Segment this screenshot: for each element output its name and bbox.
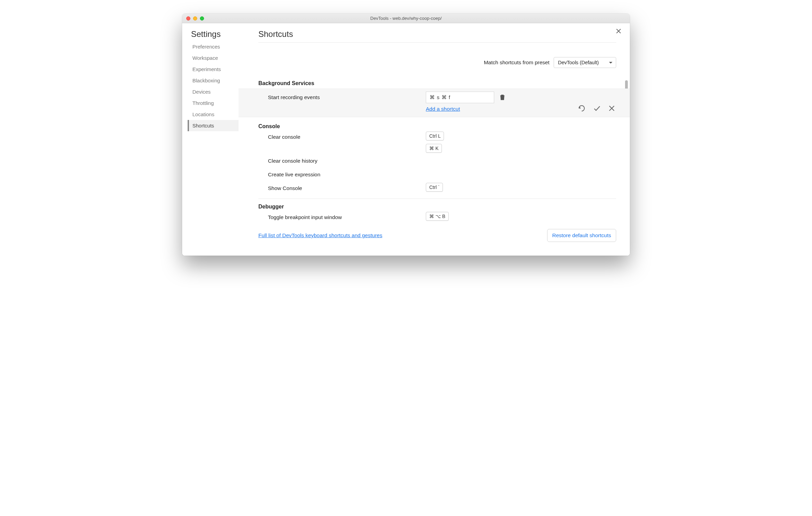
full-list-link[interactable]: Full list of DevTools keyboard shortcuts… [258,232,382,239]
sidebar-item-locations[interactable]: Locations [188,109,239,120]
chevron-down-icon [609,62,612,64]
shortcut-label: Clear console history [258,155,426,166]
trash-icon [500,94,505,100]
shortcut-row-toggle-breakpoint-input[interactable]: Toggle breakpoint input window ⌘ ⌥ B [258,211,616,224]
shortcut-row-create-live-expression[interactable]: Create live expression [258,168,616,181]
undo-icon [578,105,585,111]
sidebar-item-devices[interactable]: Devices [188,86,239,97]
sidebar-item-workspace[interactable]: Workspace [188,52,239,64]
section-header: Background Services [258,80,616,87]
title-bar: DevTools - web.dev/why-coop-coep/ [182,14,630,23]
shortcut-label: Start recording events [258,94,426,100]
settings-sidebar: Settings Preferences Workspace Experimen… [182,29,239,256]
keycap: ⌘ K [426,144,442,153]
page-title: Shortcuts [258,29,616,43]
shortcut-input[interactable] [426,92,494,103]
shortcut-label: Create live expression [258,169,426,180]
add-shortcut-link[interactable]: Add a shortcut [426,106,460,112]
sidebar-item-throttling[interactable]: Throttling [188,97,239,109]
sidebar-title: Settings [189,29,239,41]
minimize-window-icon[interactable] [193,16,197,21]
close-icon [609,105,615,111]
cancel-shortcut-button[interactable] [607,104,616,113]
shortcuts-footer: Full list of DevTools keyboard shortcuts… [258,224,616,249]
sidebar-item-blackboxing[interactable]: Blackboxing [188,75,239,86]
section-header: Debugger [258,204,616,211]
keycap: Ctrl ` [426,183,443,192]
shortcut-row-show-console[interactable]: Show Console Ctrl ` [258,181,616,195]
keycap: Ctrl L [426,132,444,140]
section-console: Console Clear console Ctrl L ⌘ K Clear c… [258,123,616,199]
section-debugger: Debugger Toggle breakpoint input window … [258,204,616,224]
shortcuts-scroll-area: Background Services Start recording even… [258,80,616,224]
section-header: Console [258,123,616,130]
sidebar-item-shortcuts[interactable]: Shortcuts [188,120,239,131]
close-window-icon[interactable] [186,16,190,21]
devtools-window: DevTools - web.dev/why-coop-coep/ Settin… [182,14,630,256]
sidebar-item-experiments[interactable]: Experiments [188,64,239,75]
shortcut-row-clear-console-history[interactable]: Clear console history [258,154,616,168]
preset-select[interactable]: DevTools (Default) [554,57,616,68]
preset-select-value: DevTools (Default) [558,60,599,65]
traffic-lights [182,16,204,21]
delete-shortcut-button[interactable] [498,92,507,103]
preset-row: Match shortcuts from preset DevTools (De… [258,57,616,68]
sidebar-item-preferences[interactable]: Preferences [188,41,239,52]
keycap: ⌘ ⌥ B [426,212,449,221]
svg-rect-2 [500,95,504,96]
preset-label: Match shortcuts from preset [484,59,550,66]
shortcut-label: Clear console [258,132,426,142]
shortcut-label: Toggle breakpoint input window [258,212,426,223]
main-content: Shortcuts Match shortcuts from preset De… [239,29,630,256]
revert-shortcut-button[interactable] [577,104,587,113]
window-title: DevTools - web.dev/why-coop-coep/ [182,16,630,21]
shortcut-row-clear-console[interactable]: Clear console Ctrl L ⌘ K [258,130,616,154]
section-background-services: Background Services Start recording even… [258,80,616,117]
confirm-shortcut-button[interactable] [592,104,602,113]
restore-defaults-button[interactable]: Restore default shortcuts [547,229,616,242]
shortcut-label: Show Console [258,183,426,194]
shortcut-edit-row: Start recording events [239,89,630,117]
svg-rect-0 [501,96,504,100]
checkmark-icon [594,105,600,111]
zoom-window-icon[interactable] [200,16,204,21]
